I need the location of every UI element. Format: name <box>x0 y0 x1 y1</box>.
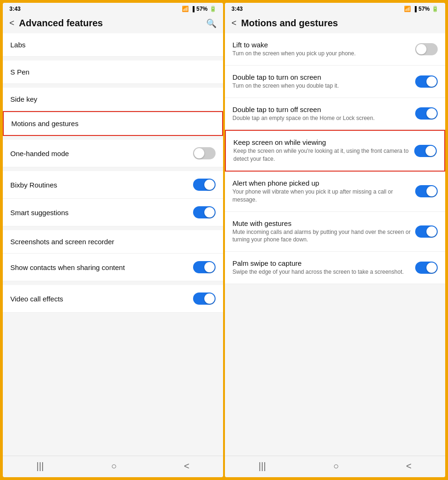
right-item-double-tap-off[interactable]: Double tap to turn off screen Double tap… <box>225 98 445 130</box>
left-item-contacts-title: Show contacts when sharing content <box>10 263 193 271</box>
right-toggle-double-tap-off[interactable] <box>415 107 438 120</box>
right-back-button[interactable]: < <box>231 18 237 28</box>
right-battery-pct: 57% <box>418 6 430 12</box>
left-toggle-videocall[interactable] <box>193 292 216 305</box>
right-toggle-lift-wake[interactable] <box>415 43 438 55</box>
right-nav-bar: ||| ○ < <box>225 456 445 477</box>
left-toggle-bixby-thumb <box>204 180 215 190</box>
right-item-lift-wake-title: Lift to wake <box>232 41 415 49</box>
right-item-alert-pickup-title: Alert when phone picked up <box>232 179 415 187</box>
left-time: 3:43 <box>9 6 21 12</box>
right-toggle-double-tap-on[interactable] <box>415 75 438 88</box>
right-panel: 3:43 📶 ▐ 57% 🔋 < Motions and gestures Li… <box>225 3 445 477</box>
left-header: < Advanced features 🔍 <box>3 14 223 33</box>
right-time: 3:43 <box>231 6 243 12</box>
left-nav-menu[interactable]: ||| <box>37 461 44 472</box>
right-status-icons: 📶 ▐ 57% 🔋 <box>404 6 439 12</box>
right-nav-home[interactable]: ○ <box>333 461 339 472</box>
left-item-bixby[interactable]: Bixby Routines <box>3 171 223 199</box>
right-item-mute-gestures-desc: Mute incoming calls and alarms by puttin… <box>232 228 415 244</box>
left-back-button[interactable]: < <box>9 18 15 28</box>
left-item-sidekey-title: Side key <box>10 95 216 103</box>
left-item-sidekey[interactable]: Side key <box>3 88 223 111</box>
left-item-smart[interactable]: Smart suggestions <box>3 199 223 226</box>
left-item-motions-title: Motions and gestures <box>11 120 215 128</box>
left-status-bar: 3:43 📶 ▐ 57% 🔋 <box>3 3 223 14</box>
left-item-motions[interactable]: Motions and gestures <box>3 111 223 136</box>
right-toggle-lift-wake-thumb <box>416 44 426 54</box>
left-item-onehanded[interactable]: One-handed mode <box>3 140 223 167</box>
right-nav-back[interactable]: < <box>406 461 412 472</box>
left-toggle-bixby[interactable] <box>193 179 216 191</box>
right-item-double-tap-on-desc: Turn on the screen when you double tap i… <box>232 82 415 90</box>
right-toggle-double-tap-off-thumb <box>426 108 437 119</box>
left-toggle-contacts-thumb <box>204 262 215 272</box>
left-status-icons: 📶 ▐ 57% 🔋 <box>182 6 217 12</box>
left-settings-list: Labs S Pen Side key Motions and gestures <box>3 33 223 456</box>
left-item-videocall[interactable]: Video call effects <box>3 285 223 313</box>
right-toggle-double-tap-on-thumb <box>426 76 437 87</box>
left-item-videocall-title: Video call effects <box>10 295 193 303</box>
left-item-contacts[interactable]: Show contacts when sharing content <box>3 254 223 281</box>
right-nav-menu[interactable]: ||| <box>259 461 266 472</box>
right-page-title: Motions and gestures <box>241 18 439 29</box>
right-header: < Motions and gestures <box>225 14 445 33</box>
left-nav-bar: ||| ○ < <box>3 456 223 477</box>
right-item-keep-screen[interactable]: Keep screen on while viewing Keep the sc… <box>225 130 445 172</box>
right-item-double-tap-off-desc: Double tap an empty space on the Home or… <box>232 114 415 122</box>
left-wifi-icon: 📶 <box>182 6 189 12</box>
left-battery-pct: 57% <box>196 6 208 12</box>
right-item-double-tap-on[interactable]: Double tap to turn on screen Turn on the… <box>225 66 445 98</box>
right-toggle-keep-screen[interactable] <box>414 145 437 157</box>
right-item-mute-gestures[interactable]: Mute with gestures Mute incoming calls a… <box>225 212 445 252</box>
left-item-bixby-title: Bixby Routines <box>10 181 193 189</box>
left-item-screenshots-title: Screenshots and screen recorder <box>10 238 216 246</box>
right-toggle-keep-screen-thumb <box>426 146 436 156</box>
right-toggle-mute-gestures-thumb <box>426 226 437 237</box>
left-toggle-contacts[interactable] <box>193 261 216 273</box>
right-toggle-palm-swipe[interactable] <box>415 262 438 274</box>
right-wifi-icon: 📶 <box>404 6 411 12</box>
right-item-double-tap-off-title: Double tap to turn off screen <box>232 105 415 113</box>
left-battery-icon: 🔋 <box>209 6 217 12</box>
left-search-button[interactable]: 🔍 <box>206 18 217 29</box>
right-item-palm-swipe-desc: Swipe the edge of your hand across the s… <box>232 268 415 276</box>
right-item-lift-wake[interactable]: Lift to wake Turn on the screen when you… <box>225 33 445 66</box>
right-item-palm-swipe-title: Palm swipe to capture <box>232 259 415 267</box>
right-status-bar: 3:43 📶 ▐ 57% 🔋 <box>225 3 445 14</box>
left-item-spen[interactable]: S Pen <box>3 60 223 84</box>
right-item-palm-swipe[interactable]: Palm swipe to capture Swipe the edge of … <box>225 252 445 284</box>
left-toggle-videocall-thumb <box>204 293 215 304</box>
left-item-labs-title: Labs <box>10 41 216 49</box>
right-settings-list: Lift to wake Turn on the screen when you… <box>225 33 445 456</box>
right-toggle-alert-pickup-thumb <box>426 186 437 196</box>
right-item-alert-pickup-desc: Your phone will vibrate when you pick it… <box>232 188 415 204</box>
left-item-spen-title: S Pen <box>10 68 216 76</box>
left-nav-home[interactable]: ○ <box>111 461 117 472</box>
left-signal-icon: ▐ <box>191 6 194 12</box>
left-toggle-smart[interactable] <box>193 206 216 218</box>
left-item-onehanded-title: One-handed mode <box>10 150 193 158</box>
right-item-lift-wake-desc: Turn on the screen when you pick up your… <box>232 50 415 58</box>
right-toggle-mute-gestures[interactable] <box>415 225 438 238</box>
left-item-screenshots[interactable]: Screenshots and screen recorder <box>3 230 223 254</box>
right-item-keep-screen-title: Keep screen on while viewing <box>233 138 414 146</box>
left-item-labs[interactable]: Labs <box>3 33 223 57</box>
left-page-title: Advanced features <box>19 18 202 29</box>
right-signal-icon: ▐ <box>413 6 417 12</box>
right-item-double-tap-on-title: Double tap to turn on screen <box>232 73 415 81</box>
right-toggle-palm-swipe-thumb <box>426 262 437 273</box>
right-toggle-alert-pickup[interactable] <box>415 185 438 197</box>
left-panel: 3:43 📶 ▐ 57% 🔋 < Advanced features 🔍 Lab… <box>3 3 223 477</box>
left-item-smart-title: Smart suggestions <box>10 209 193 217</box>
right-item-mute-gestures-title: Mute with gestures <box>232 219 415 227</box>
right-battery-icon: 🔋 <box>432 6 439 12</box>
left-toggle-onehanded-thumb <box>194 148 204 158</box>
left-nav-back[interactable]: < <box>184 461 190 472</box>
right-item-alert-pickup[interactable]: Alert when phone picked up Your phone wi… <box>225 172 445 212</box>
right-item-keep-screen-desc: Keep the screen on while you're looking … <box>233 147 414 163</box>
left-toggle-onehanded[interactable] <box>193 147 216 159</box>
left-toggle-smart-thumb <box>204 207 215 218</box>
